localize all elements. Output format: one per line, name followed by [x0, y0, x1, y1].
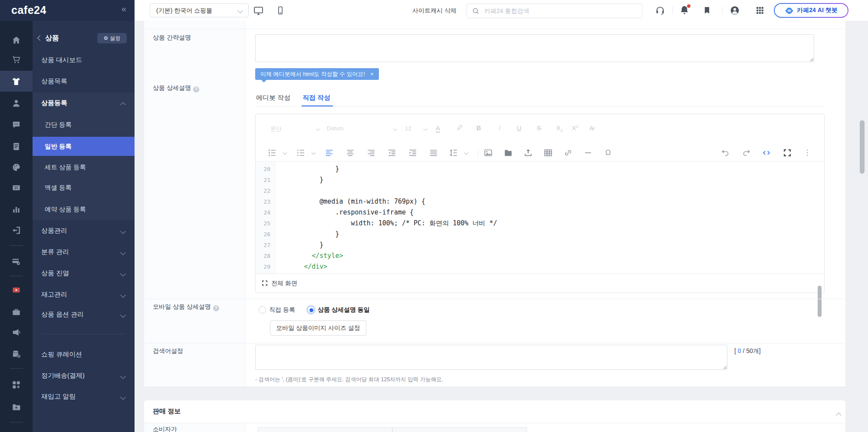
justify-icon[interactable]	[429, 148, 438, 158]
font-color-icon[interactable]: A	[436, 124, 440, 133]
rail-orders-cart-icon[interactable]	[0, 50, 33, 69]
rail-customers-icon[interactable]	[0, 93, 33, 112]
strikethrough-icon[interactable]: S	[537, 124, 541, 132]
global-search[interactable]	[467, 3, 642, 18]
sidebar-item-subscription-payment[interactable]: 정기배송(결제)	[33, 366, 135, 385]
sidebar-collapse-button[interactable]: «	[122, 4, 126, 14]
site-cache-delete-button[interactable]: 사이트캐시 삭제	[412, 0, 457, 21]
chevron-down-icon[interactable]	[464, 151, 469, 155]
rail-messages-icon[interactable]	[0, 115, 33, 134]
help-icon[interactable]: ?	[213, 305, 219, 311]
rail-store-add-icon[interactable]	[0, 344, 33, 363]
sidebar-item-product-list[interactable]: 상품목록	[33, 72, 135, 91]
radio-direct-label[interactable]: 직접 등록	[269, 306, 295, 314]
collapse-section-chevron-icon[interactable]	[836, 412, 842, 418]
tab-direct-write[interactable]: 직접 작성	[302, 91, 330, 104]
sidebar-item-shopping-curation[interactable]: 쇼핑 큐레이션	[33, 345, 135, 364]
ai-chatbot-button[interactable]: 카페24 AI 챗봇	[774, 3, 848, 18]
headset-icon[interactable]	[655, 5, 665, 16]
rail-board-icon[interactable]	[0, 137, 33, 156]
clear-format-icon[interactable]: A̷	[589, 124, 594, 132]
radio-direct-registration[interactable]	[259, 306, 266, 313]
sidebar-item-general-registration[interactable]: 일반 등록	[33, 137, 135, 156]
sidebar-item-product-registration[interactable]: 상품등록	[33, 93, 135, 112]
rail-home-icon[interactable]	[0, 30, 33, 49]
unordered-list-icon[interactable]	[296, 148, 306, 158]
align-left-icon[interactable]	[325, 148, 334, 158]
rail-design-palette-icon[interactable]	[0, 158, 33, 177]
upload-icon[interactable]	[523, 148, 533, 158]
rail-briefcase-icon[interactable]	[0, 302, 33, 321]
horizontal-rule-icon[interactable]	[583, 148, 593, 158]
account-avatar[interactable]	[729, 5, 740, 16]
undo-icon[interactable]	[720, 148, 730, 158]
align-center-icon[interactable]	[345, 148, 355, 158]
mobile-image-size-button[interactable]: 모바일 상품이미지 사이즈 설정	[270, 320, 366, 336]
rail-youtube-icon[interactable]	[0, 280, 33, 299]
sidebar-item-product-display[interactable]: 상품 진열	[33, 264, 135, 283]
fullscreen-icon[interactable]	[783, 148, 792, 158]
insert-link-icon[interactable]	[563, 148, 573, 158]
mobile-view-icon[interactable]	[276, 6, 285, 15]
sidebar-item-restock-notification[interactable]: 재입고 알림	[33, 387, 135, 406]
code-view-icon[interactable]	[762, 148, 771, 158]
sidebar-item-reservation-product-registration[interactable]: 예약 상품 등록	[33, 200, 135, 219]
rail-folder-add-icon[interactable]	[0, 397, 33, 416]
tooltip-close-icon[interactable]: ×	[370, 68, 374, 80]
highlight-pen-icon[interactable]	[456, 124, 463, 132]
align-right-icon[interactable]	[366, 148, 376, 158]
rail-marketing-megaphone-icon[interactable]	[0, 323, 33, 342]
rail-channel-exit-icon[interactable]	[0, 221, 33, 240]
insert-table-icon[interactable]	[543, 148, 553, 158]
rail-promotion-coupon-icon[interactable]	[0, 178, 33, 197]
font-dropdown[interactable]: Dotum	[327, 125, 343, 132]
underline-icon[interactable]: U	[517, 124, 522, 132]
rail-apps-add-icon[interactable]	[0, 375, 33, 394]
apps-grid-icon[interactable]	[755, 6, 765, 15]
rail-payment-settings-icon[interactable]	[0, 252, 33, 271]
page-scrollbar-thumb[interactable]	[860, 120, 865, 174]
bold-icon[interactable]: B	[477, 124, 481, 132]
cafe24-logo[interactable]: cafe24	[11, 4, 46, 16]
chevron-down-icon[interactable]	[283, 151, 287, 155]
sidebar-item-inventory-management[interactable]: 재고관리	[33, 285, 135, 304]
editor-fullscreen-button[interactable]: 전체 화면	[256, 273, 824, 293]
font-size-dropdown[interactable]: 12	[405, 125, 411, 132]
sidebar-item-product-dashboard[interactable]: 상품 대시보드	[33, 50, 135, 69]
indent-icon[interactable]	[408, 148, 418, 158]
more-options-icon[interactable]: ⋮	[802, 148, 812, 158]
sidebar-item-product-management[interactable]: 상품관리	[33, 221, 135, 240]
italic-icon[interactable]: i	[499, 124, 500, 132]
html-code-area[interactable]: 20 } 21 } 22 23 @media (min-width: 769px…	[256, 161, 824, 274]
ordered-list-icon[interactable]	[267, 148, 277, 158]
sidebar-item-simple-registration[interactable]: 간단 등록	[33, 115, 135, 134]
superscript-icon[interactable]: X2	[572, 124, 578, 132]
bookmark-icon[interactable]	[702, 6, 712, 15]
radio-same-label[interactable]: 상품 상세설명 동일	[318, 306, 370, 314]
insert-image-icon[interactable]	[483, 148, 493, 158]
sidebar-item-set-product-registration[interactable]: 세트 상품 등록	[33, 158, 135, 177]
chevron-down-icon[interactable]	[312, 151, 316, 155]
back-chevron-icon[interactable]	[37, 35, 43, 41]
outdent-icon[interactable]	[387, 148, 397, 158]
keyword-textarea[interactable]	[255, 345, 727, 370]
sidebar-item-category-management[interactable]: 분류 관리	[33, 242, 135, 261]
notifications-button[interactable]	[679, 4, 691, 16]
help-icon[interactable]: ?	[193, 86, 199, 92]
sidebar-item-product-option-management[interactable]: 상품 옵션 관리	[33, 305, 135, 324]
redo-icon[interactable]	[742, 148, 751, 158]
summary-description-textarea[interactable]	[255, 34, 814, 62]
file-folder-icon[interactable]	[503, 148, 513, 158]
rail-analytics-chart-icon[interactable]	[0, 200, 33, 219]
rail-products-icon[interactable]	[0, 72, 33, 91]
search-input[interactable]	[483, 5, 633, 16]
radio-same-as-detail[interactable]	[307, 306, 315, 313]
mall-selector-dropdown[interactable]: (기본) 한국어 쇼핑몰	[150, 3, 249, 17]
desktop-view-icon[interactable]	[253, 5, 264, 16]
product-settings-button[interactable]: ⚙ 설정	[97, 33, 127, 43]
subscript-icon[interactable]: X2	[556, 124, 562, 133]
special-char-icon[interactable]: Ω	[603, 148, 613, 158]
paragraph-dropdown[interactable]: 문단	[270, 125, 282, 133]
line-height-icon[interactable]	[449, 148, 458, 158]
sidebar-item-excel-registration[interactable]: 엑셀 등록	[33, 178, 135, 197]
